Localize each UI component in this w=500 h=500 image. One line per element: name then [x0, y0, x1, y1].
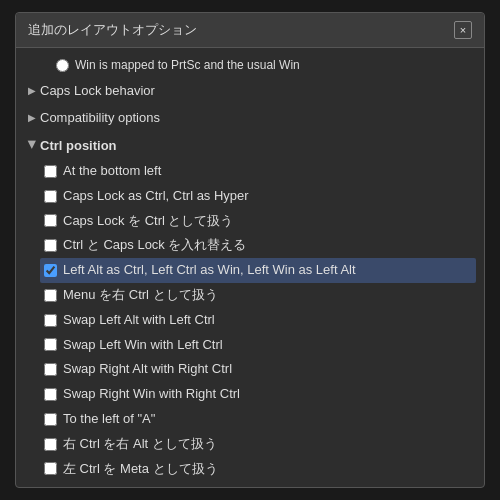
- checkbox-left-ctrl-meta-jp[interactable]: [44, 462, 57, 475]
- list-item: At the bottom left: [40, 159, 476, 184]
- ctrl-arrow-icon: ▶: [23, 141, 41, 149]
- list-item: Left Alt as Ctrl, Left Ctrl as Win, Left…: [40, 258, 476, 283]
- list-item: 右 Ctrl を右 Alt として扱う: [40, 432, 476, 457]
- ctrl-position-label: Ctrl position: [40, 134, 117, 157]
- compat-section[interactable]: ▶ Compatibility options: [24, 104, 476, 131]
- swap-ctrl-caps-label: Ctrl と Caps Lock を入れ替える: [63, 235, 246, 256]
- caps-ctrl-hyper-label: Caps Lock as Ctrl, Ctrl as Hyper: [63, 186, 249, 207]
- checkbox-right-ctrl-alt-jp[interactable]: [44, 438, 57, 451]
- list-item: Ctrl と Caps Lock を入れ替える: [40, 233, 476, 258]
- swap-left-win-ctrl-label: Swap Left Win with Left Ctrl: [63, 335, 223, 356]
- checkbox-left-alt-ctrl[interactable]: [44, 264, 57, 277]
- checkbox-swap-left-alt-ctrl[interactable]: [44, 314, 57, 327]
- left-alt-ctrl-label: Left Alt as Ctrl, Left Ctrl as Win, Left…: [63, 260, 356, 281]
- dialog: 追加のレイアウトオプション × Win is mapped to PrtSc a…: [15, 12, 485, 489]
- left-of-a-label: To the left of "A": [63, 409, 155, 430]
- checkbox-bottom-left[interactable]: [44, 165, 57, 178]
- checkbox-caps-ctrl-jp[interactable]: [44, 214, 57, 227]
- list-item: Caps Lock を Ctrl として扱う: [40, 209, 476, 234]
- ctrl-position-section[interactable]: ▶ Ctrl position: [24, 132, 476, 159]
- checkbox-swap-right-win-ctrl[interactable]: [44, 388, 57, 401]
- menu-right-ctrl-label: Menu を右 Ctrl として扱う: [63, 285, 218, 306]
- checkbox-menu-right-ctrl[interactable]: [44, 289, 57, 302]
- dialog-title: 追加のレイアウトオプション: [28, 21, 197, 39]
- list-item: Caps Lock as Ctrl, Ctrl as Hyper: [40, 184, 476, 209]
- right-ctrl-alt-jp-label: 右 Ctrl を右 Alt として扱う: [63, 434, 217, 455]
- content-area: Win is mapped to PrtSc and the usual Win…: [16, 48, 484, 488]
- close-button[interactable]: ×: [454, 21, 472, 39]
- list-item: Swap Left Win with Left Ctrl: [40, 333, 476, 358]
- list-item: Menu を右 Ctrl として扱う: [40, 283, 476, 308]
- caps-ctrl-jp-label: Caps Lock を Ctrl として扱う: [63, 211, 233, 232]
- caps-lock-section[interactable]: ▶ Caps Lock behavior: [24, 77, 476, 104]
- radio-win-prtsc[interactable]: [56, 59, 69, 72]
- list-item: Swap Left Alt with Left Ctrl: [40, 308, 476, 333]
- list-item: Swap Right Win with Right Ctrl: [40, 382, 476, 407]
- list-item: Win is mapped to PrtSc and the usual Win: [24, 54, 476, 77]
- list-item: Swap Right Alt with Right Ctrl: [40, 357, 476, 382]
- swap-right-win-ctrl-label: Swap Right Win with Right Ctrl: [63, 384, 240, 405]
- checkbox-left-of-a[interactable]: [44, 413, 57, 426]
- caps-lock-label: Caps Lock behavior: [40, 79, 155, 102]
- checkbox-caps-ctrl-hyper[interactable]: [44, 190, 57, 203]
- ctrl-items: At the bottom left Caps Lock as Ctrl, Ct…: [24, 159, 476, 481]
- list-item: To the left of "A": [40, 407, 476, 432]
- checkbox-swap-right-alt-ctrl[interactable]: [44, 363, 57, 376]
- compat-arrow-icon: ▶: [28, 109, 36, 127]
- checkbox-swap-left-win-ctrl[interactable]: [44, 338, 57, 351]
- compat-label: Compatibility options: [40, 106, 160, 129]
- checkbox-swap-ctrl-caps[interactable]: [44, 239, 57, 252]
- list-item: 左 Ctrl を Meta として扱う: [40, 457, 476, 482]
- swap-left-alt-ctrl-label: Swap Left Alt with Left Ctrl: [63, 310, 215, 331]
- title-bar: 追加のレイアウトオプション ×: [16, 13, 484, 48]
- bottom-left-label: At the bottom left: [63, 161, 161, 182]
- swap-right-alt-ctrl-label: Swap Right Alt with Right Ctrl: [63, 359, 232, 380]
- win-prtsc-label: Win is mapped to PrtSc and the usual Win: [75, 56, 300, 75]
- left-ctrl-meta-jp-label: 左 Ctrl を Meta として扱う: [63, 459, 218, 480]
- caps-lock-arrow-icon: ▶: [28, 82, 36, 100]
